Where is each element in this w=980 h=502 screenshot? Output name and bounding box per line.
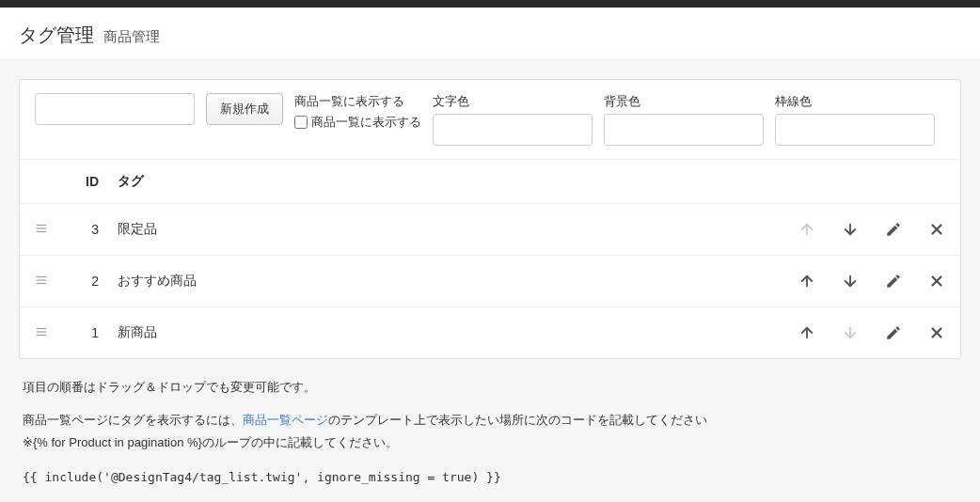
row-tag-name: 限定品 — [118, 221, 738, 238]
show-in-list-checkbox-label: 商品一覧に表示する — [311, 114, 421, 131]
table-row: 2おすすめ商品 — [20, 255, 960, 306]
footer-template-note: 商品一覧ページにタグを表示するには、商品一覧ページのテンプレート上で表示したい場… — [23, 409, 957, 431]
footer-loop-note: ※{% for Product in pagination %}のループの中に記… — [23, 431, 957, 453]
text-color-group: 文字色 — [433, 93, 593, 146]
delete-icon[interactable] — [928, 273, 945, 290]
bg-color-group: 背景色 — [604, 93, 764, 146]
table-row: 1新商品 — [20, 306, 960, 358]
page-subtitle: 商品管理 — [103, 28, 160, 44]
footer-code-snippet: {{ include('@DesignTag4/tag_list.twig', … — [23, 466, 957, 488]
drag-handle-icon[interactable] — [35, 325, 71, 341]
topbar — [0, 0, 980, 8]
border-color-input[interactable] — [775, 114, 935, 146]
footer-notes: 項目の順番はドラッグ＆ドロップでも変更可能です。 商品一覧ページにタグを表示する… — [19, 359, 961, 494]
delete-icon[interactable] — [928, 221, 945, 238]
page-header: タグ管理 商品管理 — [0, 8, 980, 60]
text-color-input[interactable] — [433, 114, 593, 146]
edit-icon[interactable] — [885, 324, 902, 341]
text-color-label: 文字色 — [433, 93, 593, 110]
product-list-page-link[interactable]: 商品一覧ページ — [243, 413, 328, 427]
page-title: タグ管理 — [19, 24, 94, 45]
edit-icon[interactable] — [885, 273, 902, 290]
border-color-group: 枠線色 — [775, 93, 935, 146]
row-id: 3 — [71, 222, 118, 237]
move-down-icon[interactable] — [842, 221, 859, 238]
content-area: 新規作成 商品一覧に表示する 商品一覧に表示する 文字色 背景色 枠線色 — [0, 60, 980, 502]
move-down-icon[interactable] — [842, 273, 859, 290]
bg-color-label: 背景色 — [604, 93, 764, 110]
row-id: 1 — [71, 325, 118, 340]
th-tag: タグ — [118, 173, 738, 190]
table-header: ID タグ — [20, 159, 960, 203]
bg-color-input[interactable] — [604, 114, 764, 146]
create-button[interactable]: 新規作成 — [206, 93, 283, 125]
show-in-list-label: 商品一覧に表示する — [294, 93, 421, 110]
tag-name-input[interactable] — [35, 93, 195, 125]
show-in-list-group: 商品一覧に表示する 商品一覧に表示する — [294, 93, 421, 131]
show-in-list-checkbox[interactable] — [294, 116, 308, 129]
delete-icon[interactable] — [928, 324, 945, 341]
row-tag-name: 新商品 — [118, 324, 738, 341]
move-up-icon — [798, 221, 815, 238]
filter-row: 新規作成 商品一覧に表示する 商品一覧に表示する 文字色 背景色 枠線色 — [20, 80, 960, 159]
move-up-icon[interactable] — [798, 273, 815, 290]
main-panel: 新規作成 商品一覧に表示する 商品一覧に表示する 文字色 背景色 枠線色 — [19, 79, 961, 359]
footer-drag-note: 項目の順番はドラッグ＆ドロップでも変更可能です。 — [23, 376, 957, 398]
border-color-label: 枠線色 — [775, 93, 935, 110]
drag-handle-icon[interactable] — [35, 274, 71, 290]
table-body: 3限定品2おすすめ商品1新商品 — [20, 203, 960, 358]
drag-handle-icon[interactable] — [35, 222, 71, 238]
move-down-icon — [842, 324, 859, 341]
table-row: 3限定品 — [20, 203, 960, 255]
row-tag-name: おすすめ商品 — [118, 273, 738, 290]
row-id: 2 — [71, 274, 118, 289]
th-id: ID — [71, 174, 118, 189]
edit-icon[interactable] — [885, 221, 902, 238]
show-in-list-checkbox-row[interactable]: 商品一覧に表示する — [294, 114, 421, 131]
move-up-icon[interactable] — [798, 324, 815, 341]
